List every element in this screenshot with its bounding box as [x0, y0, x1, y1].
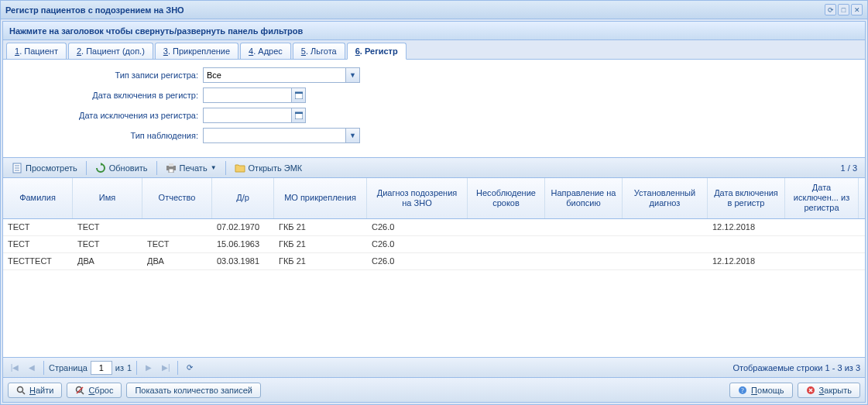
col-dout[interactable]: Дата исключен... из регистра — [785, 178, 859, 218]
cell-patr: ТЕСТ — [142, 239, 212, 249]
cell-dob: 07.02.1970 — [212, 222, 274, 232]
filter-panel-header[interactable]: Нажмите на заголовок чтобы свернуть/разв… — [3, 22, 865, 40]
cell-dob: 15.06.1963 — [212, 239, 274, 249]
tab-patient-ext[interactable]: 2. Пациент (доп.) — [68, 43, 153, 59]
cell-fam: ТЕСТ — [3, 222, 73, 232]
separator — [177, 361, 178, 375]
close-icon — [806, 386, 815, 395]
paging-toolbar: |◀ ◀ Страница из 1 ▶ ▶| ⟳ Отображаемые с… — [2, 358, 866, 378]
col-mo[interactable]: МО прикрепления — [274, 178, 367, 218]
content: Нажмите на заголовок чтобы свернуть/разв… — [1, 19, 867, 404]
separator — [43, 361, 44, 375]
window-title: Регистр пациентов с подозрением на ЗНО — [5, 5, 825, 15]
show-count-button[interactable]: Показать количество записей — [126, 383, 261, 398]
col-nesob[interactable]: Несоблюдение сроков — [468, 178, 545, 218]
cell-name: ДВА — [73, 256, 142, 266]
svg-line-15 — [81, 392, 84, 394]
svg-point-12 — [18, 386, 23, 392]
table-row[interactable]: ТЕСТТЕСТТЕСТ15.06.1963ГКБ 21C26.0 — [3, 236, 865, 253]
col-din[interactable]: Дата включения в регистр — [708, 178, 785, 218]
print-button[interactable]: Печать ▼ — [160, 160, 222, 176]
svg-rect-3 — [295, 112, 303, 114]
find-button[interactable]: Найти — [8, 383, 62, 398]
calendar-icon[interactable] — [292, 108, 306, 123]
filter-tab-body: Тип записи регистра: ▼ Дата включения в … — [3, 60, 865, 157]
view-button-label: Просмотреть — [26, 163, 77, 173]
help-button[interactable]: ? Помощь — [729, 383, 793, 398]
first-page-icon[interactable]: |◀ — [8, 361, 22, 375]
refresh-page-icon[interactable]: ⟳ — [183, 361, 197, 375]
obs-type-label: Тип наблюдения: — [9, 131, 203, 140]
col-dob[interactable]: Д/р — [212, 178, 274, 218]
cell-diag: C26.0 — [367, 222, 468, 232]
col-patr[interactable]: Отчество — [142, 178, 212, 218]
refresh-icon[interactable]: ⟳ — [825, 4, 836, 15]
record-type-combo[interactable] — [203, 67, 346, 83]
view-button[interactable]: Просмотреть — [6, 160, 83, 176]
window-controls: ⟳ □ ✕ — [825, 4, 863, 15]
folder-icon — [235, 163, 245, 173]
close-icon[interactable]: ✕ — [851, 4, 863, 15]
table-row[interactable]: ТЕСТТЕСТДВАДВА03.03.1981ГКБ 21C26.012.12… — [3, 253, 865, 270]
tab-privilege[interactable]: 5. Льгота — [293, 43, 345, 59]
close-button[interactable]: Закрыть — [798, 383, 860, 398]
calendar-icon[interactable] — [292, 88, 306, 103]
reset-icon — [75, 386, 84, 395]
refresh-button[interactable]: Обновить — [90, 160, 153, 176]
record-type-label: Тип записи регистра: — [9, 70, 203, 80]
reset-button[interactable]: Сброс — [67, 383, 122, 398]
tab-patient[interactable]: 1. Пациент — [6, 43, 67, 59]
cell-mo: ГКБ 21 — [274, 256, 367, 266]
obs-type-combo[interactable] — [203, 128, 346, 143]
last-page-icon[interactable]: ▶| — [159, 361, 173, 375]
col-napr[interactable]: Направление на биопсию — [545, 178, 623, 218]
find-button-label: Найти — [29, 386, 53, 395]
svg-text:?: ? — [741, 387, 744, 394]
cell-mo: ГКБ 21 — [274, 222, 367, 232]
cell-name: ТЕСТ — [73, 222, 142, 232]
col-diag[interactable]: Диагноз подозрения на ЗНО — [367, 178, 468, 218]
cell-fam: ТЕСТТЕСТ — [3, 256, 73, 266]
help-icon: ? — [738, 386, 747, 395]
cell-patr: ДВА — [142, 256, 212, 266]
display-text: Отображаемые строки 1 - 3 из 3 — [732, 363, 860, 372]
page-mid: из — [115, 363, 124, 372]
cell-diag: C26.0 — [367, 256, 468, 266]
next-page-icon[interactable]: ▶ — [142, 361, 156, 375]
tab-address[interactable]: 4. Адрес — [240, 43, 291, 59]
refresh-icon — [95, 163, 106, 173]
grid: Фамилия Имя Отчество Д/р МО прикрепления… — [2, 178, 866, 358]
show-count-label: Показать количество записей — [135, 386, 252, 395]
svg-rect-11 — [169, 169, 173, 173]
chevron-down-icon[interactable]: ▼ — [346, 67, 360, 83]
open-emk-button-label: Открыть ЭМК — [249, 163, 303, 173]
maximize-icon[interactable]: □ — [838, 4, 849, 15]
cell-fam: ТЕСТ — [3, 239, 73, 249]
separator — [225, 161, 226, 175]
printer-icon — [166, 163, 177, 173]
cell-mo: ГКБ 21 — [274, 239, 367, 249]
print-button-label: Печать — [180, 163, 208, 173]
tab-attachment[interactable]: 3. Прикрепление — [155, 43, 238, 59]
prev-page-icon[interactable]: ◀ — [25, 361, 39, 375]
cell-diag: C26.0 — [367, 239, 468, 249]
page-label: Страница — [49, 363, 87, 372]
page-input[interactable] — [91, 361, 112, 375]
exclude-date-label: Дата исключения из регистра: — [9, 111, 203, 120]
exclude-date-input[interactable] — [203, 108, 292, 123]
grid-toolbar: Просмотреть Обновить Печать ▼ Открыть ЭМ… — [2, 158, 866, 178]
separator — [86, 161, 87, 175]
separator — [136, 361, 137, 375]
table-row[interactable]: ТЕСТТЕСТ07.02.1970ГКБ 21C26.012.12.2018 — [3, 219, 865, 236]
cell-din: 12.12.2018 — [708, 256, 785, 266]
tab-register[interactable]: 6. Регистр — [347, 43, 407, 60]
include-date-input[interactable] — [203, 88, 292, 103]
grid-header: Фамилия Имя Отчество Д/р МО прикрепления… — [3, 178, 865, 219]
col-fam[interactable]: Фамилия — [3, 178, 73, 218]
open-emk-button[interactable]: Открыть ЭМК — [229, 160, 308, 176]
col-ust[interactable]: Установленный диагноз — [623, 178, 708, 218]
chevron-down-icon: ▼ — [211, 164, 217, 171]
bottom-buttons: Найти Сброс Показать количество записей … — [2, 378, 866, 403]
col-name[interactable]: Имя — [73, 178, 142, 218]
chevron-down-icon[interactable]: ▼ — [346, 128, 360, 143]
